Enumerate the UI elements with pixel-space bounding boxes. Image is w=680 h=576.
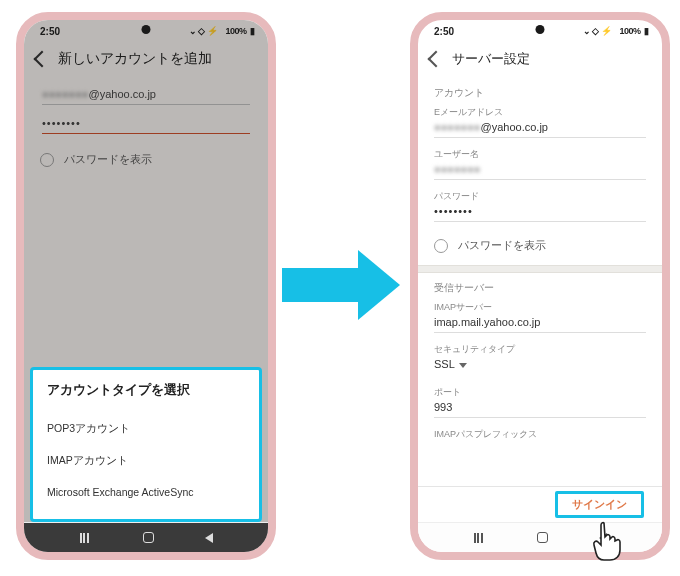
nav-recent-icon[interactable] [474, 533, 486, 543]
imap-prefix-label: IMAPパスプレフィックス [418, 428, 662, 441]
user-field[interactable]: ●●●●●●● [434, 161, 646, 180]
email-label: Eメールアドレス [418, 106, 662, 119]
section-divider [418, 265, 662, 273]
email-field[interactable]: ●●●●●●●@yahoo.co.jp [434, 119, 646, 138]
front-camera [536, 25, 545, 34]
imap-server-field[interactable]: imap.mail.yahoo.co.jp [434, 314, 646, 333]
footer-bar: サインイン [418, 486, 662, 522]
show-password-label: パスワードを表示 [458, 238, 546, 253]
status-icons: ⌄ ◇ ⚡ 100%▮ [583, 26, 648, 36]
back-icon[interactable] [428, 51, 445, 68]
arrow-icon [282, 250, 400, 320]
titlebar: サーバー設定 [418, 42, 662, 78]
show-password-row[interactable]: パスワードを表示 [24, 146, 268, 173]
security-dropdown[interactable]: SSL [434, 356, 646, 374]
nav-home-icon[interactable] [537, 532, 548, 543]
front-camera [142, 25, 151, 34]
section-incoming: 受信サーバー [418, 273, 662, 301]
status-time: 2:50 [434, 26, 454, 37]
form-body: ●●●●●●●@yahoo.co.jp •••••••• パスワードを表示 [24, 78, 268, 173]
section-account: アカウント [418, 78, 662, 106]
option-imap[interactable]: IMAPアカウント [47, 445, 245, 477]
nav-home-icon[interactable] [143, 532, 154, 543]
user-label: ユーザー名 [418, 148, 662, 161]
nav-bar [418, 522, 662, 552]
show-password-label: パスワードを表示 [64, 152, 152, 167]
nav-bar [24, 522, 268, 552]
option-pop3[interactable]: POP3アカウント [47, 413, 245, 445]
imap-server-label: IMAPサーバー [418, 301, 662, 314]
nav-back-icon[interactable] [205, 533, 213, 543]
radio-icon [434, 239, 448, 253]
phone-frame-right: 2:50 ⌄ ◇ ⚡ 100%▮ サーバー設定 アカウント Eメールアドレス ●… [410, 12, 670, 560]
sheet-heading: アカウントタイプを選択 [47, 382, 245, 399]
password-field[interactable]: •••••••• [42, 117, 250, 134]
page-title: 新しいアカウントを追加 [58, 50, 212, 68]
option-activesync[interactable]: Microsoft Exchange ActiveSync [47, 477, 245, 507]
security-label: セキュリティタイプ [418, 343, 662, 356]
phone-frame-left: 2:50 ⌄ ◇ ⚡ 100%▮ 新しいアカウントを追加 ●●●●●●●@yah… [16, 12, 276, 560]
account-type-sheet: アカウントタイプを選択 POP3アカウント IMAPアカウント Microsof… [30, 367, 262, 522]
titlebar: 新しいアカウントを追加 [24, 42, 268, 78]
chevron-down-icon [459, 363, 467, 368]
password-label: パスワード [418, 190, 662, 203]
show-password-row[interactable]: パスワードを表示 [418, 232, 662, 265]
signin-button[interactable]: サインイン [555, 491, 644, 518]
radio-icon [40, 153, 54, 167]
status-icons: ⌄ ◇ ⚡ 100%▮ [189, 26, 254, 36]
back-icon[interactable] [34, 51, 51, 68]
nav-recent-icon[interactable] [80, 533, 92, 543]
port-field[interactable]: 993 [434, 399, 646, 418]
port-label: ポート [418, 386, 662, 399]
page-title: サーバー設定 [452, 50, 530, 68]
email-field[interactable]: ●●●●●●●@yahoo.co.jp [42, 88, 250, 105]
password-field[interactable]: •••••••• [434, 203, 646, 222]
nav-back-icon[interactable] [599, 533, 607, 543]
status-time: 2:50 [40, 26, 60, 37]
